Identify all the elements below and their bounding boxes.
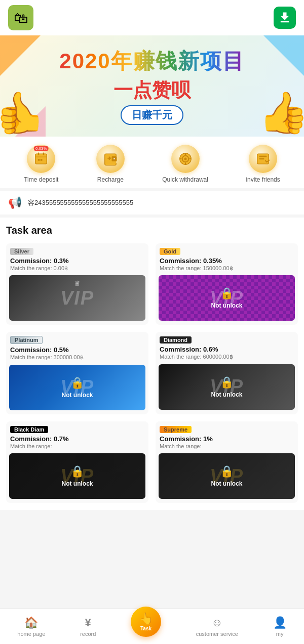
vip-card-supreme: VIP 🔒 Not unlock: [159, 453, 295, 499]
nav-customer-service[interactable]: ☺ customer service: [196, 616, 238, 637]
tier-badge-platinum: Platinum: [10, 336, 43, 344]
svg-point-9: [184, 158, 186, 160]
thumb-left-icon: 👍: [0, 89, 46, 137]
task-card-blackdiamond[interactable]: Black Diam Commission: 0.7% Match the ra…: [6, 421, 148, 503]
not-unlock-supreme: Not unlock: [211, 480, 243, 487]
task-card-platinum[interactable]: Platinum Commission: 0.5% Match the rang…: [6, 332, 148, 414]
vip-card-gold: VIP 🔒 Not unlock: [159, 275, 295, 321]
my-label: my: [276, 631, 284, 637]
match-range-diamond: Match the range: 600000.00฿: [160, 353, 294, 361]
not-unlock-diamond: Not unlock: [211, 391, 243, 398]
svg-rect-5: [41, 159, 43, 161]
banner-triangle-1: [0, 35, 41, 76]
customer-service-label: customer service: [196, 631, 238, 637]
ticker-text: 容243555555555555555555555555: [28, 198, 133, 207]
deposit-badge: 0.03%: [34, 146, 49, 151]
nav-task-center-button[interactable]: 👆 Task: [131, 607, 161, 637]
shopify-logo: 🛍: [8, 5, 33, 30]
lock-overlay-supreme: 🔒 Not unlock: [159, 453, 295, 499]
task-btn-label: Task: [140, 626, 151, 631]
lock-overlay-platinum: 🔒 Not unlock: [9, 365, 145, 410]
ticker-icon: 📢: [8, 196, 22, 209]
thumb-right-icon: 👍: [258, 89, 304, 137]
task-btn-icon: 👆: [139, 612, 153, 625]
download-button[interactable]: [274, 7, 296, 29]
recharge-label: Recharge: [97, 176, 124, 183]
lock-overlay-diamond: 🔒 Not unlock: [159, 364, 295, 410]
vip-card-diamond: VIP 🔒 Not unlock: [159, 364, 295, 410]
tier-badge-blackdiamond: Black Diam: [10, 426, 48, 433]
match-range-platinum: Match the range: 300000.00฿: [10, 354, 144, 361]
tier-badge-gold: Gold: [160, 248, 180, 255]
match-range-blackdiamond: Match the range:: [10, 443, 144, 450]
svg-rect-1: [38, 153, 40, 155]
not-unlock-platinum: Not unlock: [62, 392, 93, 399]
banner-subtitle: 一点赞呗: [59, 77, 244, 103]
match-range-silver: Match the range: 0.00฿: [10, 265, 144, 272]
home-label: home page: [17, 631, 45, 637]
nav-home[interactable]: 🏠 home page: [17, 616, 45, 637]
quick-withdrawal-label: Quick withdrawal: [162, 176, 208, 183]
banner-title: 2020年赚钱新项目: [59, 47, 244, 75]
tier-badge-diamond: Diamond: [160, 336, 192, 344]
commission-gold: Commission: 0.35%: [160, 257, 294, 265]
task-card-gold[interactable]: Gold Commission: 0.35% Match the range: …: [156, 243, 298, 325]
tier-badge-supreme: Supreme: [160, 426, 192, 433]
ticker-bar: 📢 容243555555555555555555555555: [0, 191, 304, 214]
banner-triangle-2: [263, 35, 304, 76]
my-icon: 👤: [273, 616, 287, 629]
bottom-navigation: 🏠 home page ¥ record 👆 Task ☺ customer s…: [0, 609, 304, 644]
invite-friends-icon-circle: [249, 145, 277, 173]
commission-supreme: Commission: 1%: [160, 435, 294, 443]
action-invite-friends[interactable]: invite friends: [246, 145, 280, 183]
match-range-supreme: Match the range:: [160, 443, 294, 450]
svg-rect-4: [38, 159, 40, 161]
banner: 👍 👍 2020年赚钱新项目 一点赞呗 日赚千元: [0, 35, 304, 137]
commission-diamond: Commission: 0.6%: [160, 346, 294, 353]
commission-platinum: Commission: 0.5%: [10, 346, 144, 354]
vip-card-silver: ♛ VIP: [9, 275, 145, 321]
svg-rect-16: [259, 158, 264, 160]
svg-rect-15: [259, 156, 267, 157]
vip-card-blackdiamond: VIP 🔒 Not unlock: [9, 453, 145, 499]
not-unlock-gold: Not unlock: [211, 302, 243, 309]
nav-record[interactable]: ¥ record: [80, 616, 96, 637]
task-area: Task area Silver Commission: 0.3% Match …: [0, 218, 304, 510]
tier-badge-silver: Silver: [10, 248, 33, 255]
banner-badge: 日赚千元: [121, 105, 183, 125]
download-icon: [278, 11, 292, 25]
record-label: record: [80, 631, 96, 637]
lock-overlay-blackdiamond: 🔒 Not unlock: [9, 453, 145, 499]
action-recharge[interactable]: Recharge: [96, 145, 125, 183]
nav-my[interactable]: 👤 my: [273, 616, 287, 637]
not-unlock-blackdiamond: Not unlock: [62, 480, 93, 487]
task-card-silver[interactable]: Silver Commission: 0.3% Match the range:…: [6, 243, 148, 325]
time-deposit-label: Time deposit: [24, 176, 58, 183]
record-icon: ¥: [85, 616, 91, 629]
customer-service-icon: ☺: [211, 616, 222, 629]
recharge-icon-circle: [96, 145, 125, 173]
banner-content: 2020年赚钱新项目 一点赞呗 日赚千元: [59, 47, 244, 125]
commission-blackdiamond: Commission: 0.7%: [10, 435, 144, 443]
action-time-deposit[interactable]: 0.03% Time deposit: [24, 145, 58, 183]
time-deposit-icon: 0.03%: [27, 145, 55, 173]
task-card-supreme[interactable]: Supreme Commission: 1% Match the range: …: [156, 421, 298, 503]
task-card-diamond[interactable]: Diamond Commission: 0.6% Match the range…: [156, 332, 298, 414]
invite-friends-label: invite friends: [246, 176, 280, 183]
quick-actions-bar: 0.03% Time deposit Recharge: [0, 137, 304, 188]
task-area-title: Task area: [6, 225, 298, 236]
header: 🛍: [0, 0, 304, 35]
svg-rect-2: [43, 153, 45, 155]
task-grid: Silver Commission: 0.3% Match the range:…: [6, 243, 298, 503]
vip-card-platinum: VIP 🔒 Not unlock: [9, 365, 145, 410]
lock-overlay-gold: 🔒 Not unlock: [159, 275, 295, 321]
home-icon: 🏠: [24, 616, 38, 629]
action-quick-withdrawal[interactable]: Quick withdrawal: [162, 145, 208, 183]
quick-withdrawal-icon-circle: [171, 145, 200, 173]
match-range-gold: Match the range: 150000.00฿: [160, 265, 294, 272]
commission-silver: Commission: 0.3%: [10, 257, 144, 265]
